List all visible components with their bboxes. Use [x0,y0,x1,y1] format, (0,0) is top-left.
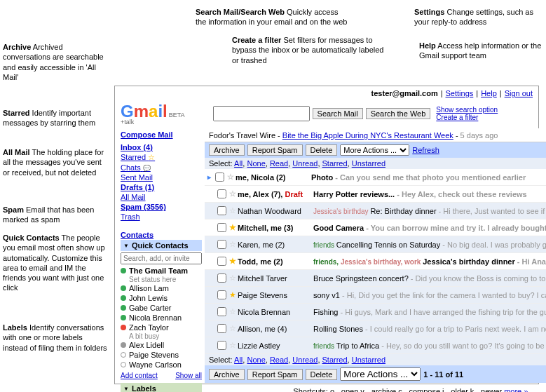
web-clip: Fodor's Travel Wire - Bite the Big Apple… [205,128,546,142]
delete-button[interactable]: Delete [306,144,338,156]
quick-contacts-header[interactable]: Quick Contacts [121,240,202,251]
qc-status[interactable]: Set status here [129,276,202,283]
star-icon[interactable]: ☆ [228,240,238,249]
message-row[interactable]: ☆Lizzie Astleyfriends Trip to Africa - H… [205,337,546,354]
qc-contact[interactable]: Alex Lidell [121,340,202,350]
ann-starred: Starred Identify important messages by s… [3,108,108,128]
labels-header[interactable]: Labels [121,383,202,392]
presence-dot-green [121,268,126,273]
message-checkbox[interactable] [217,257,226,266]
more-actions-select-bottom[interactable]: More Actions ... [340,367,421,381]
report-spam-button[interactable]: Report Spam [247,144,303,156]
message-row[interactable]: ▸☆me, Nicola (2)Photo - Can you send me … [205,169,546,186]
delete-button-bottom[interactable]: Delete [306,369,338,380]
star-icon[interactable]: ☆ [228,206,238,215]
message-row[interactable]: ☆Karen, me (2)friends Cancelling Tennis … [205,236,546,253]
ann-qc: Quick Contacts The people you email most… [3,233,108,293]
message-row[interactable]: ★Mitchell, me (3)Good Camera - You can b… [205,219,546,236]
sent-mail-link[interactable]: Sent Mail [121,173,202,182]
star-icon[interactable]: ☆ [228,273,238,283]
message-checkbox[interactable] [217,189,226,198]
select-starred[interactable]: Starred [322,159,348,168]
message-row[interactable]: ☆Nicola BrennanFishing - Hi guys, Mark a… [205,304,546,320]
qc-self[interactable]: The Gmail Team [121,266,202,276]
message-subject: friends, Jessica's birthday, work Jessic… [313,257,546,266]
star-icon[interactable]: ☆ [228,307,238,316]
select-unstarred[interactable]: Unstarred [352,159,385,168]
qc-contact[interactable]: John Lewis [121,293,202,303]
star-icon[interactable]: ☆ [226,173,236,182]
select-all[interactable]: All [234,159,243,168]
archive-button-bottom[interactable]: Archive [209,369,245,380]
star-icon[interactable]: ☆ [228,341,238,350]
message-checkbox[interactable] [217,324,226,333]
trash-link[interactable]: Trash [121,212,202,222]
archive-button[interactable]: Archive [209,144,245,156]
chats-link[interactable]: Chats 💬 [121,163,202,173]
star-icon[interactable]: ☆ [228,189,238,198]
message-checkbox[interactable] [217,206,226,215]
presence-dot [121,315,126,320]
message-row[interactable]: ★Paige Stevenssony v1 - Hi, Did you get … [205,287,546,304]
signout-link[interactable]: Sign out [505,89,533,97]
shortcuts-more-link[interactable]: more » [504,387,528,392]
star-icon: ☆ [148,153,155,161]
webclip-link[interactable]: Bite the Big Apple During NYC's Restaura… [282,131,453,140]
ann-search: Search Mail/Search Web Quickly access th… [196,7,350,27]
add-contact-link[interactable]: Add contact [121,371,158,380]
message-row[interactable]: ☆me, Alex (7), DraftHarry Potter reviews… [205,186,546,203]
expand-icon[interactable]: ▸ [207,173,211,181]
star-icon[interactable]: ★ [228,257,238,266]
refresh-link[interactable]: Refresh [412,146,439,154]
more-actions-select[interactable]: More Actions ... [340,144,409,156]
qc-search-input[interactable] [121,252,202,264]
contacts-link[interactable]: Contacts [121,230,202,240]
shortcuts-hint: Shortcuts: o - open y - archive c - comp… [205,383,546,392]
star-icon[interactable]: ☆ [228,324,238,333]
drafts-link[interactable]: Drafts (1) [121,182,202,192]
compose-link[interactable]: Compose Mail [121,130,202,140]
report-spam-button-bottom[interactable]: Report Spam [247,369,303,380]
select-unread[interactable]: Unread [292,159,318,168]
message-checkbox[interactable] [217,223,226,232]
qc-contact[interactable]: Wayne Carlson [121,360,202,370]
message-checkbox[interactable] [217,240,226,249]
spam-link[interactable]: Spam (3556) [121,202,202,212]
ann-filter: Create a filter Set filters for messages… [232,35,386,65]
settings-link[interactable]: Settings [446,89,474,97]
gmail-window: tester@gmail.com| Settings| Help| Sign o… [114,86,539,384]
starred-link[interactable]: Starred ☆ [121,152,202,163]
create-filter-link[interactable]: Create a filter [436,114,498,121]
message-row[interactable]: ☆Mitchell TarverBruce Springsteen concer… [205,270,546,287]
search-input[interactable] [213,106,310,121]
sidebar: Compose Mail Inbox (4) Starred ☆ Chats 💬… [115,128,205,392]
select-read[interactable]: Read [270,159,288,168]
qc-contact[interactable]: Nicola Brennan [121,313,202,323]
message-checkbox[interactable] [217,341,226,350]
show-search-options-link[interactable]: Show search option [436,106,498,114]
message-row[interactable]: ☆Allison, me (4)Rolling Stones - I could… [205,320,546,337]
qc-contact[interactable]: Paige Stevens [121,350,202,360]
message-checkbox[interactable] [217,307,226,316]
qc-contact[interactable]: Zach Taylor [121,323,202,332]
help-link[interactable]: Help [481,89,497,97]
search-web-button[interactable]: Search the Web [366,108,431,119]
select-none[interactable]: None [247,159,265,168]
inbox-link[interactable]: Inbox (4) [121,142,202,152]
show-all-link[interactable]: Show all [175,371,202,380]
message-from: me, Alex (7), Draft [238,190,313,198]
message-checkbox[interactable] [217,290,226,299]
qc-contact[interactable]: Gabe Carter [121,303,202,313]
message-checkbox[interactable] [215,173,224,182]
all-mail-link[interactable]: All Mail [121,192,202,202]
message-row[interactable]: ☆Nathan WoodwardJessica's birthday Re: B… [205,203,546,219]
message-subject: Bruce Springsteen concert? - Did you kno… [313,274,546,283]
qc-contact[interactable]: Allison Lam [121,283,202,293]
message-row[interactable]: ★Todd, me (2)friends, Jessica's birthday… [205,253,546,270]
message-checkbox[interactable] [217,273,226,283]
star-icon[interactable]: ★ [228,290,238,299]
message-from: Mitchell, me (3) [238,224,313,232]
account-email: tester@gmail.com [371,89,438,97]
search-mail-button[interactable]: Search Mail [313,108,363,119]
star-icon[interactable]: ★ [228,223,238,232]
